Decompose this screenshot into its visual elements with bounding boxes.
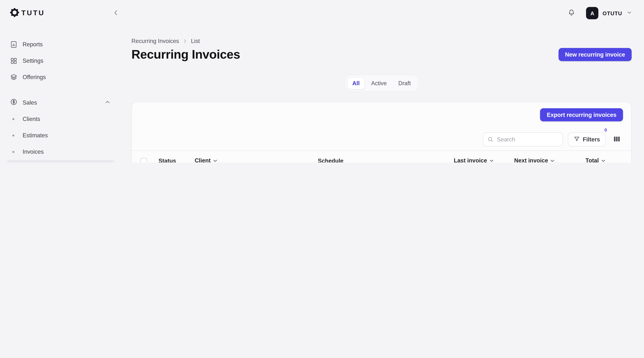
column-header-actions	[609, 151, 632, 163]
new-recurring-invoice-button[interactable]: New recurring invoice	[558, 48, 632, 61]
app-logo[interactable]: TUTU	[10, 8, 45, 19]
sidebar-item-reports[interactable]: Reports	[6, 36, 115, 52]
column-header-next-invoice[interactable]: Next invoice	[511, 151, 571, 163]
reports-icon	[10, 40, 18, 48]
column-header-client[interactable]: Client	[191, 151, 314, 163]
chevron-up-icon	[104, 99, 111, 106]
tab-draft[interactable]: Draft	[393, 77, 416, 89]
table-header-row: Status Client Schedule Last invoice Next…	[132, 151, 632, 163]
breadcrumb-current: List	[191, 38, 200, 44]
sort-chevron-icon	[212, 158, 218, 163]
sort-chevron-icon	[550, 158, 555, 163]
export-recurring-invoices-button[interactable]: Export recurring invoices	[540, 108, 623, 122]
sidebar-item-label: Invoices	[22, 149, 44, 155]
sidebar-item-label: Offerings	[22, 74, 46, 80]
topbar: TUTU A OTUTU	[0, 0, 644, 26]
dollar-circle-icon	[10, 98, 18, 107]
tab-all[interactable]: All	[347, 77, 365, 89]
breadcrumb: Recurring Invoices List	[131, 38, 632, 44]
bell-icon	[568, 8, 575, 17]
collapse-sidebar-button[interactable]	[110, 7, 122, 19]
sidebar-item-estimates[interactable]: Estimates	[6, 127, 115, 144]
sort-chevron-icon	[601, 158, 606, 163]
sidebar-item-label: Clients	[22, 116, 40, 122]
search-box	[483, 133, 563, 147]
chevron-right-icon	[182, 38, 188, 44]
sort-chevron-icon	[489, 158, 494, 163]
gear-logo-icon	[10, 8, 20, 19]
search-input[interactable]	[483, 133, 563, 147]
column-header-total[interactable]: Total	[571, 151, 609, 163]
tab-active[interactable]: Active	[366, 77, 392, 89]
sidebar-item-recurring-invoices[interactable]: Recurring Invoices	[6, 160, 115, 163]
toggle-columns-button[interactable]	[611, 133, 623, 146]
sidebar-item-offerings[interactable]: Offerings	[6, 69, 115, 85]
filters-button[interactable]: Filters	[568, 133, 606, 147]
main-content: Recurring Invoices List Recurring Invoic…	[122, 26, 644, 163]
grid-icon	[10, 57, 18, 65]
sidebar: Reports Settings Offerings	[0, 26, 122, 163]
user-menu[interactable]: A OTUTU	[586, 7, 632, 19]
filters-label: Filters	[583, 136, 600, 143]
column-header-schedule: Schedule	[314, 151, 450, 163]
funnel-icon	[574, 136, 580, 143]
sidebar-item-label: Reports	[22, 41, 43, 47]
sidebar-item-label: Estimates	[22, 132, 48, 139]
sidebar-section-sales: Sales Clients Estimates Invoices Recurri…	[6, 94, 115, 163]
app-window: TUTU A OTUTU	[0, 0, 644, 163]
recurring-invoices-table: Status Client Schedule Last invoice Next…	[132, 151, 632, 163]
table-card: Export recurring invoices 0 Filters	[131, 102, 632, 163]
columns-icon	[613, 135, 621, 144]
sidebar-section-label: Sales	[22, 99, 99, 106]
column-header-last-invoice[interactable]: Last invoice	[450, 151, 511, 163]
sidebar-item-settings[interactable]: Settings	[6, 52, 115, 69]
sidebar-item-label: Settings	[22, 57, 44, 64]
sidebar-section-sales-toggle[interactable]: Sales	[6, 94, 115, 111]
column-header-status: Status	[155, 151, 191, 163]
logo-text: TUTU	[22, 9, 45, 17]
bullet-dot	[12, 134, 14, 136]
breadcrumb-parent[interactable]: Recurring Invoices	[131, 38, 179, 44]
filters-count-badge: 0	[604, 128, 607, 132]
account-name: OTUTU	[603, 10, 622, 16]
notifications-button[interactable]	[566, 7, 577, 19]
avatar: A	[586, 7, 598, 19]
sidebar-item-invoices[interactable]: Invoices	[6, 144, 115, 160]
layers-icon	[10, 73, 18, 81]
page-title: Recurring Invoices	[131, 48, 240, 62]
chevron-down-icon	[626, 9, 632, 17]
status-filter-tabs: All Active Draft	[344, 75, 418, 92]
chevron-left-icon	[112, 8, 120, 18]
select-all-checkbox[interactable]	[140, 158, 147, 163]
search-icon	[487, 136, 494, 144]
bullet-dot	[12, 151, 14, 153]
sidebar-item-clients[interactable]: Clients	[6, 111, 115, 127]
bullet-dot	[12, 118, 14, 120]
